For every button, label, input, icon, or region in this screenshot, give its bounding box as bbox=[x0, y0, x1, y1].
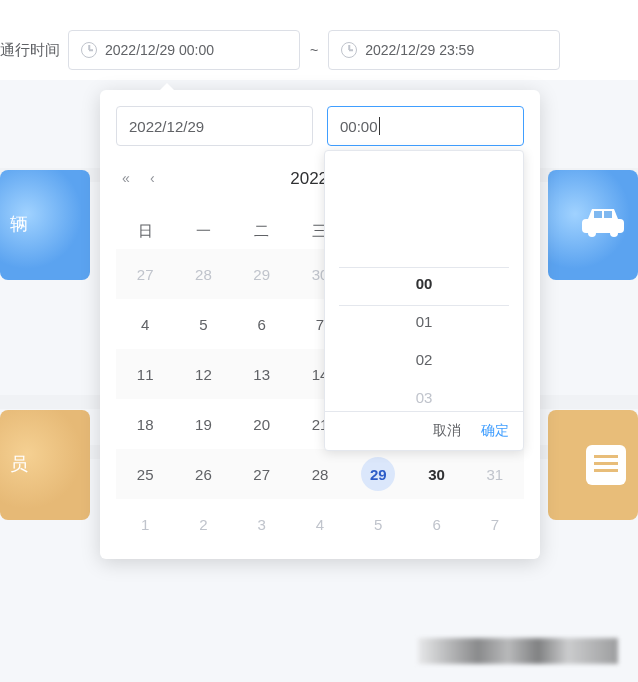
calendar-day[interactable]: 12 bbox=[174, 349, 232, 399]
picker-time-value: 00:00 bbox=[340, 118, 378, 135]
svg-point-1 bbox=[588, 229, 596, 237]
car-icon bbox=[578, 205, 628, 240]
document-icon bbox=[586, 445, 626, 485]
svg-rect-0 bbox=[582, 219, 624, 233]
calendar-day[interactable]: 4 bbox=[291, 499, 349, 549]
svg-rect-4 bbox=[604, 211, 612, 218]
calendar-day[interactable]: 20 bbox=[233, 399, 291, 449]
card-text: 员 bbox=[10, 453, 28, 476]
range-separator: ~ bbox=[308, 42, 320, 58]
card-text: 辆 bbox=[10, 213, 28, 236]
weekday-header: 一 bbox=[174, 214, 232, 249]
time-option[interactable]: 00 bbox=[325, 265, 523, 303]
stat-card-car[interactable] bbox=[548, 170, 638, 280]
time-option[interactable]: 03 bbox=[325, 379, 523, 411]
prev-month-button[interactable]: ‹ bbox=[150, 170, 155, 186]
calendar-day[interactable]: 27 bbox=[116, 249, 174, 299]
clock-icon bbox=[341, 42, 357, 58]
calendar-day[interactable]: 29 bbox=[233, 249, 291, 299]
calendar-day[interactable]: 11 bbox=[116, 349, 174, 399]
redacted-area bbox=[418, 638, 618, 664]
calendar-day[interactable]: 5 bbox=[349, 499, 407, 549]
start-datetime-input[interactable]: 2022/12/29 00:00 bbox=[68, 30, 300, 70]
clock-icon bbox=[81, 42, 97, 58]
calendar-day[interactable]: 6 bbox=[233, 299, 291, 349]
time-cancel-button[interactable]: 取消 bbox=[433, 422, 461, 440]
calendar-day[interactable]: 2 bbox=[174, 499, 232, 549]
weekday-header: 二 bbox=[233, 214, 291, 249]
calendar-day[interactable]: 30 bbox=[407, 449, 465, 499]
picker-date-input[interactable]: 2022/12/29 bbox=[116, 106, 313, 146]
calendar-day[interactable]: 18 bbox=[116, 399, 174, 449]
calendar-day[interactable]: 6 bbox=[407, 499, 465, 549]
calendar-day[interactable]: 19 bbox=[174, 399, 232, 449]
calendar-day[interactable]: 29 bbox=[349, 449, 407, 499]
calendar-day[interactable]: 25 bbox=[116, 449, 174, 499]
stat-card-doc[interactable] bbox=[548, 410, 638, 520]
time-spinner-panel: 00010203 取消 确定 bbox=[324, 150, 524, 451]
time-option[interactable]: 01 bbox=[325, 303, 523, 341]
end-datetime-value: 2022/12/29 23:59 bbox=[365, 42, 474, 58]
calendar-day[interactable]: 27 bbox=[233, 449, 291, 499]
time-ok-button[interactable]: 确定 bbox=[481, 422, 509, 440]
calendar-day[interactable]: 31 bbox=[466, 449, 524, 499]
stat-card-vehicle[interactable]: 辆 bbox=[0, 170, 90, 280]
field-label: 通行时间 bbox=[0, 41, 60, 60]
calendar-day[interactable]: 1 bbox=[116, 499, 174, 549]
calendar-day[interactable]: 28 bbox=[174, 249, 232, 299]
calendar-day[interactable]: 26 bbox=[174, 449, 232, 499]
time-option[interactable]: 02 bbox=[325, 341, 523, 379]
weekday-header: 日 bbox=[116, 214, 174, 249]
time-spinner[interactable]: 00010203 bbox=[325, 151, 523, 411]
start-datetime-value: 2022/12/29 00:00 bbox=[105, 42, 214, 58]
picker-time-input[interactable]: 00:00 bbox=[327, 106, 524, 146]
calendar-day[interactable]: 7 bbox=[466, 499, 524, 549]
text-cursor bbox=[379, 117, 380, 135]
prev-year-button[interactable]: « bbox=[122, 170, 127, 186]
picker-date-value: 2022/12/29 bbox=[129, 118, 204, 135]
svg-point-2 bbox=[610, 229, 618, 237]
calendar-day[interactable]: 5 bbox=[174, 299, 232, 349]
calendar-day[interactable]: 13 bbox=[233, 349, 291, 399]
stat-card-person[interactable]: 员 bbox=[0, 410, 90, 520]
calendar-day[interactable]: 3 bbox=[233, 499, 291, 549]
calendar-day[interactable]: 4 bbox=[116, 299, 174, 349]
end-datetime-input[interactable]: 2022/12/29 23:59 bbox=[328, 30, 560, 70]
datetime-picker-popup: 2022/12/29 00:00 « ‹ 2022 年 日一二三四五六 2728… bbox=[100, 90, 540, 559]
svg-rect-3 bbox=[594, 211, 602, 218]
calendar-day[interactable]: 28 bbox=[291, 449, 349, 499]
